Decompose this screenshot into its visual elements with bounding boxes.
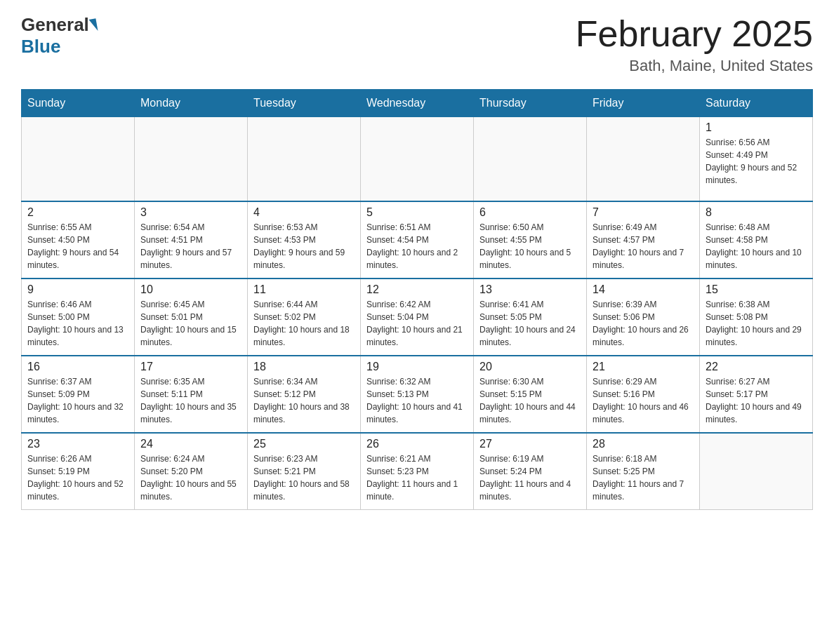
day-info: Sunrise: 6:34 AM Sunset: 5:12 PM Dayligh… (253, 375, 355, 426)
day-number: 6 (479, 206, 581, 219)
calendar-cell: 6Sunrise: 6:50 AM Sunset: 4:55 PM Daylig… (474, 201, 587, 279)
calendar-cell: 11Sunrise: 6:44 AM Sunset: 5:02 PM Dayli… (248, 279, 361, 356)
calendar-cell: 25Sunrise: 6:23 AM Sunset: 5:21 PM Dayli… (248, 433, 361, 510)
day-info: Sunrise: 6:32 AM Sunset: 5:13 PM Dayligh… (366, 375, 468, 426)
day-number: 5 (366, 206, 468, 219)
day-info: Sunrise: 6:50 AM Sunset: 4:55 PM Dayligh… (479, 221, 581, 271)
calendar-cell: 22Sunrise: 6:27 AM Sunset: 5:17 PM Dayli… (700, 356, 813, 433)
day-info: Sunrise: 6:44 AM Sunset: 5:02 PM Dayligh… (253, 298, 355, 349)
day-info: Sunrise: 6:46 AM Sunset: 5:00 PM Dayligh… (27, 298, 128, 349)
day-number: 27 (479, 438, 581, 450)
day-info: Sunrise: 6:26 AM Sunset: 5:19 PM Dayligh… (27, 452, 128, 503)
calendar-cell (248, 117, 361, 201)
day-info: Sunrise: 6:29 AM Sunset: 5:16 PM Dayligh… (593, 375, 694, 426)
calendar-cell: 28Sunrise: 6:18 AM Sunset: 5:25 PM Dayli… (587, 433, 700, 510)
day-number: 17 (140, 361, 241, 373)
calendar-cell: 18Sunrise: 6:34 AM Sunset: 5:12 PM Dayli… (248, 356, 361, 433)
day-info: Sunrise: 6:56 AM Sunset: 4:49 PM Dayligh… (706, 136, 807, 187)
calendar-cell: 14Sunrise: 6:39 AM Sunset: 5:06 PM Dayli… (587, 279, 700, 356)
location: Bath, Maine, United States (576, 57, 813, 75)
calendar-cell: 23Sunrise: 6:26 AM Sunset: 5:19 PM Dayli… (22, 433, 135, 510)
calendar-cell: 21Sunrise: 6:29 AM Sunset: 5:16 PM Dayli… (587, 356, 700, 433)
calendar-table: SundayMondayTuesdayWednesdayThursdayFrid… (21, 89, 813, 510)
calendar-cell: 9Sunrise: 6:46 AM Sunset: 5:00 PM Daylig… (22, 279, 135, 356)
day-number: 8 (706, 206, 807, 219)
day-number: 4 (253, 206, 355, 219)
day-number: 20 (479, 361, 581, 373)
day-number: 14 (593, 283, 694, 296)
calendar-cell: 20Sunrise: 6:30 AM Sunset: 5:15 PM Dayli… (474, 356, 587, 433)
calendar-cell: 13Sunrise: 6:41 AM Sunset: 5:05 PM Dayli… (474, 279, 587, 356)
day-info: Sunrise: 6:18 AM Sunset: 5:25 PM Dayligh… (593, 452, 694, 503)
day-info: Sunrise: 6:51 AM Sunset: 4:54 PM Dayligh… (366, 221, 468, 271)
calendar-cell (22, 117, 135, 201)
day-number: 24 (140, 438, 241, 450)
day-info: Sunrise: 6:39 AM Sunset: 5:06 PM Dayligh… (593, 298, 694, 349)
day-number: 26 (366, 438, 468, 450)
day-header-thursday: Thursday (474, 90, 587, 117)
calendar-cell: 3Sunrise: 6:54 AM Sunset: 4:51 PM Daylig… (135, 201, 248, 279)
calendar-cell: 12Sunrise: 6:42 AM Sunset: 5:04 PM Dayli… (361, 279, 474, 356)
calendar-cell (361, 117, 474, 201)
day-info: Sunrise: 6:49 AM Sunset: 4:57 PM Dayligh… (593, 221, 694, 271)
calendar-cell: 2Sunrise: 6:55 AM Sunset: 4:50 PM Daylig… (22, 201, 135, 279)
calendar-week-1: 1Sunrise: 6:56 AM Sunset: 4:49 PM Daylig… (22, 117, 813, 201)
day-header-tuesday: Tuesday (248, 90, 361, 117)
calendar-cell: 26Sunrise: 6:21 AM Sunset: 5:23 PM Dayli… (361, 433, 474, 510)
calendar-cell (135, 117, 248, 201)
day-info: Sunrise: 6:30 AM Sunset: 5:15 PM Dayligh… (479, 375, 581, 426)
day-number: 22 (706, 361, 807, 373)
day-header-wednesday: Wednesday (361, 90, 474, 117)
day-number: 15 (706, 283, 807, 296)
day-info: Sunrise: 6:27 AM Sunset: 5:17 PM Dayligh… (706, 375, 807, 426)
day-number: 23 (27, 438, 128, 450)
day-info: Sunrise: 6:45 AM Sunset: 5:01 PM Dayligh… (140, 298, 241, 349)
day-info: Sunrise: 6:24 AM Sunset: 5:20 PM Dayligh… (140, 452, 241, 503)
day-header-sunday: Sunday (22, 90, 135, 117)
day-info: Sunrise: 6:53 AM Sunset: 4:53 PM Dayligh… (253, 221, 355, 271)
logo-general: General (21, 14, 89, 36)
day-number: 13 (479, 283, 581, 296)
calendar-cell: 16Sunrise: 6:37 AM Sunset: 5:09 PM Dayli… (22, 356, 135, 433)
day-header-friday: Friday (587, 90, 700, 117)
day-number: 11 (253, 283, 355, 296)
day-number: 18 (253, 361, 355, 373)
title-section: February 2025 Bath, Maine, United States (576, 14, 813, 75)
page-header: General Blue February 2025 Bath, Maine, … (21, 14, 813, 75)
day-number: 25 (253, 438, 355, 450)
day-info: Sunrise: 6:48 AM Sunset: 4:58 PM Dayligh… (706, 221, 807, 271)
calendar-cell: 5Sunrise: 6:51 AM Sunset: 4:54 PM Daylig… (361, 201, 474, 279)
calendar-cell (474, 117, 587, 201)
day-number: 16 (27, 361, 128, 373)
day-number: 12 (366, 283, 468, 296)
day-info: Sunrise: 6:23 AM Sunset: 5:21 PM Dayligh… (253, 452, 355, 503)
logo-arrow-icon (88, 18, 98, 32)
day-number: 19 (366, 361, 468, 373)
day-info: Sunrise: 6:19 AM Sunset: 5:24 PM Dayligh… (479, 452, 581, 503)
calendar-cell (700, 433, 813, 510)
calendar-cell (587, 117, 700, 201)
day-info: Sunrise: 6:37 AM Sunset: 5:09 PM Dayligh… (27, 375, 128, 426)
calendar-week-4: 16Sunrise: 6:37 AM Sunset: 5:09 PM Dayli… (22, 356, 813, 433)
day-number: 28 (593, 438, 694, 450)
day-number: 3 (140, 206, 241, 219)
day-number: 7 (593, 206, 694, 219)
calendar-cell: 7Sunrise: 6:49 AM Sunset: 4:57 PM Daylig… (587, 201, 700, 279)
day-header-monday: Monday (135, 90, 248, 117)
calendar-cell: 19Sunrise: 6:32 AM Sunset: 5:13 PM Dayli… (361, 356, 474, 433)
day-info: Sunrise: 6:38 AM Sunset: 5:08 PM Dayligh… (706, 298, 807, 349)
calendar-cell: 4Sunrise: 6:53 AM Sunset: 4:53 PM Daylig… (248, 201, 361, 279)
calendar-cell: 10Sunrise: 6:45 AM Sunset: 5:01 PM Dayli… (135, 279, 248, 356)
logo: General Blue (21, 14, 98, 58)
calendar-week-3: 9Sunrise: 6:46 AM Sunset: 5:00 PM Daylig… (22, 279, 813, 356)
calendar-week-2: 2Sunrise: 6:55 AM Sunset: 4:50 PM Daylig… (22, 201, 813, 279)
calendar-week-5: 23Sunrise: 6:26 AM Sunset: 5:19 PM Dayli… (22, 433, 813, 510)
day-number: 10 (140, 283, 241, 296)
calendar-cell: 8Sunrise: 6:48 AM Sunset: 4:58 PM Daylig… (700, 201, 813, 279)
calendar-cell: 1Sunrise: 6:56 AM Sunset: 4:49 PM Daylig… (700, 117, 813, 201)
day-number: 1 (706, 121, 807, 134)
logo-blue: Blue (21, 36, 60, 58)
day-number: 21 (593, 361, 694, 373)
day-number: 9 (27, 283, 128, 296)
calendar-cell: 24Sunrise: 6:24 AM Sunset: 5:20 PM Dayli… (135, 433, 248, 510)
